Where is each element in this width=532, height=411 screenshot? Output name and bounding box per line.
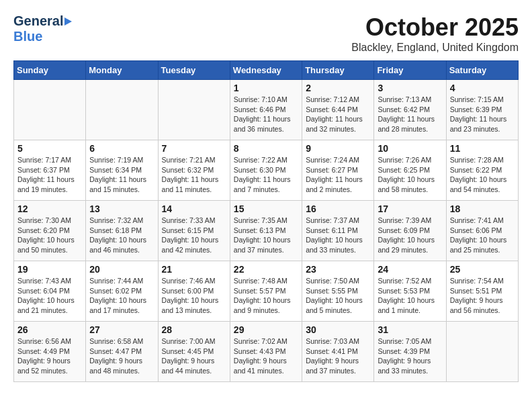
calendar-week-row: 12Sunrise: 7:30 AM Sunset: 6:20 PM Dayli… bbox=[14, 201, 519, 261]
location: Blackley, England, United Kingdom bbox=[351, 42, 519, 54]
day-number: 14 bbox=[162, 203, 226, 214]
day-number: 25 bbox=[450, 264, 515, 275]
weekday-header: Tuesday bbox=[158, 61, 230, 80]
day-info: Sunrise: 7:48 AM Sunset: 5:57 PM Dayligh… bbox=[234, 276, 298, 316]
calendar-cell: 1Sunrise: 7:10 AM Sunset: 6:46 PM Daylig… bbox=[230, 80, 302, 140]
logo-blue: Blue bbox=[13, 29, 42, 44]
day-number: 5 bbox=[17, 143, 82, 154]
day-info: Sunrise: 6:56 AM Sunset: 4:49 PM Dayligh… bbox=[17, 336, 82, 376]
day-info: Sunrise: 7:52 AM Sunset: 5:53 PM Dayligh… bbox=[378, 276, 442, 316]
calendar-cell bbox=[446, 322, 518, 382]
day-number: 3 bbox=[378, 83, 442, 93]
calendar-cell: 28Sunrise: 7:00 AM Sunset: 4:45 PM Dayli… bbox=[158, 322, 230, 382]
day-number: 31 bbox=[378, 324, 442, 335]
day-number: 2 bbox=[306, 83, 370, 93]
day-info: Sunrise: 7:43 AM Sunset: 6:04 PM Dayligh… bbox=[17, 276, 82, 316]
day-info: Sunrise: 7:37 AM Sunset: 6:11 PM Dayligh… bbox=[306, 216, 370, 255]
day-info: Sunrise: 7:33 AM Sunset: 6:15 PM Dayligh… bbox=[162, 216, 226, 255]
calendar-cell: 12Sunrise: 7:30 AM Sunset: 6:20 PM Dayli… bbox=[14, 201, 86, 261]
calendar-week-row: 5Sunrise: 7:17 AM Sunset: 6:37 PM Daylig… bbox=[14, 140, 519, 201]
day-number: 1 bbox=[234, 83, 298, 93]
day-number: 20 bbox=[89, 264, 154, 275]
weekday-header: Sunday bbox=[14, 61, 86, 80]
calendar-cell: 11Sunrise: 7:28 AM Sunset: 6:22 PM Dayli… bbox=[446, 140, 518, 201]
day-number: 22 bbox=[234, 264, 298, 275]
day-number: 21 bbox=[162, 264, 226, 275]
calendar-cell: 14Sunrise: 7:33 AM Sunset: 6:15 PM Dayli… bbox=[158, 201, 230, 261]
calendar-cell bbox=[14, 80, 86, 140]
weekday-header: Friday bbox=[374, 61, 446, 80]
day-number: 30 bbox=[306, 324, 370, 335]
day-number: 24 bbox=[378, 264, 442, 275]
calendar-cell: 13Sunrise: 7:32 AM Sunset: 6:18 PM Dayli… bbox=[86, 201, 158, 261]
calendar-cell: 29Sunrise: 7:02 AM Sunset: 4:43 PM Dayli… bbox=[230, 322, 302, 382]
day-info: Sunrise: 7:28 AM Sunset: 6:22 PM Dayligh… bbox=[450, 155, 515, 195]
day-info: Sunrise: 7:46 AM Sunset: 6:00 PM Dayligh… bbox=[162, 276, 226, 316]
calendar-cell bbox=[158, 80, 230, 140]
day-info: Sunrise: 7:32 AM Sunset: 6:18 PM Dayligh… bbox=[89, 216, 154, 255]
day-info: Sunrise: 7:35 AM Sunset: 6:13 PM Dayligh… bbox=[234, 216, 298, 255]
calendar-week-row: 26Sunrise: 6:56 AM Sunset: 4:49 PM Dayli… bbox=[14, 322, 519, 382]
day-info: Sunrise: 7:39 AM Sunset: 6:09 PM Dayligh… bbox=[378, 216, 442, 255]
calendar-cell: 24Sunrise: 7:52 AM Sunset: 5:53 PM Dayli… bbox=[374, 261, 446, 322]
day-number: 28 bbox=[162, 324, 226, 335]
day-number: 11 bbox=[450, 143, 515, 154]
day-number: 16 bbox=[306, 203, 370, 214]
day-number: 15 bbox=[234, 203, 298, 214]
calendar-cell: 5Sunrise: 7:17 AM Sunset: 6:37 PM Daylig… bbox=[14, 140, 86, 201]
weekday-header: Wednesday bbox=[230, 61, 302, 80]
weekday-header-row: SundayMondayTuesdayWednesdayThursdayFrid… bbox=[14, 61, 519, 80]
logo-arrow-icon bbox=[64, 17, 72, 26]
calendar-cell: 16Sunrise: 7:37 AM Sunset: 6:11 PM Dayli… bbox=[302, 201, 374, 261]
calendar-cell: 26Sunrise: 6:56 AM Sunset: 4:49 PM Dayli… bbox=[14, 322, 86, 382]
day-info: Sunrise: 7:21 AM Sunset: 6:32 PM Dayligh… bbox=[162, 155, 226, 195]
day-number: 4 bbox=[450, 83, 515, 93]
day-info: Sunrise: 7:15 AM Sunset: 6:39 PM Dayligh… bbox=[450, 95, 515, 134]
day-info: Sunrise: 7:02 AM Sunset: 4:43 PM Dayligh… bbox=[234, 336, 298, 376]
day-number: 17 bbox=[378, 203, 442, 214]
calendar-cell: 21Sunrise: 7:46 AM Sunset: 6:00 PM Dayli… bbox=[158, 261, 230, 322]
calendar-cell: 30Sunrise: 7:03 AM Sunset: 4:41 PM Dayli… bbox=[302, 322, 374, 382]
calendar-week-row: 1Sunrise: 7:10 AM Sunset: 6:46 PM Daylig… bbox=[14, 80, 519, 140]
calendar-cell: 6Sunrise: 7:19 AM Sunset: 6:34 PM Daylig… bbox=[86, 140, 158, 201]
calendar-cell: 20Sunrise: 7:44 AM Sunset: 6:02 PM Dayli… bbox=[86, 261, 158, 322]
calendar-cell: 9Sunrise: 7:24 AM Sunset: 6:27 PM Daylig… bbox=[302, 140, 374, 201]
day-number: 26 bbox=[17, 324, 82, 335]
calendar-cell: 25Sunrise: 7:54 AM Sunset: 5:51 PM Dayli… bbox=[446, 261, 518, 322]
day-info: Sunrise: 7:54 AM Sunset: 5:51 PM Dayligh… bbox=[450, 276, 515, 316]
day-number: 23 bbox=[306, 264, 370, 275]
calendar-week-row: 19Sunrise: 7:43 AM Sunset: 6:04 PM Dayli… bbox=[14, 261, 519, 322]
day-number: 8 bbox=[234, 143, 298, 154]
day-info: Sunrise: 7:41 AM Sunset: 6:06 PM Dayligh… bbox=[450, 216, 515, 255]
day-info: Sunrise: 7:26 AM Sunset: 6:25 PM Dayligh… bbox=[378, 155, 442, 195]
day-info: Sunrise: 7:50 AM Sunset: 5:55 PM Dayligh… bbox=[306, 276, 370, 316]
weekday-header: Saturday bbox=[446, 61, 518, 80]
day-number: 27 bbox=[89, 324, 154, 335]
day-number: 6 bbox=[89, 143, 154, 154]
day-info: Sunrise: 7:19 AM Sunset: 6:34 PM Dayligh… bbox=[89, 155, 154, 195]
day-number: 19 bbox=[17, 264, 82, 275]
calendar-cell: 17Sunrise: 7:39 AM Sunset: 6:09 PM Dayli… bbox=[374, 201, 446, 261]
day-info: Sunrise: 7:30 AM Sunset: 6:20 PM Dayligh… bbox=[17, 216, 82, 255]
weekday-header: Monday bbox=[86, 61, 158, 80]
calendar-cell: 23Sunrise: 7:50 AM Sunset: 5:55 PM Dayli… bbox=[302, 261, 374, 322]
day-info: Sunrise: 7:13 AM Sunset: 6:42 PM Dayligh… bbox=[378, 95, 442, 134]
calendar-cell bbox=[86, 80, 158, 140]
day-number: 29 bbox=[234, 324, 298, 335]
day-info: Sunrise: 7:05 AM Sunset: 4:39 PM Dayligh… bbox=[378, 336, 442, 376]
calendar-cell: 4Sunrise: 7:15 AM Sunset: 6:39 PM Daylig… bbox=[446, 80, 518, 140]
day-info: Sunrise: 7:17 AM Sunset: 6:37 PM Dayligh… bbox=[17, 155, 82, 195]
calendar-cell: 18Sunrise: 7:41 AM Sunset: 6:06 PM Dayli… bbox=[446, 201, 518, 261]
page-header: General Blue October 2025 Blackley, Engl… bbox=[13, 13, 519, 54]
day-info: Sunrise: 7:24 AM Sunset: 6:27 PM Dayligh… bbox=[306, 155, 370, 195]
logo: General Blue bbox=[13, 13, 73, 44]
calendar-cell: 2Sunrise: 7:12 AM Sunset: 6:44 PM Daylig… bbox=[302, 80, 374, 140]
month-title: October 2025 bbox=[351, 13, 519, 42]
calendar-cell: 15Sunrise: 7:35 AM Sunset: 6:13 PM Dayli… bbox=[230, 201, 302, 261]
day-info: Sunrise: 6:58 AM Sunset: 4:47 PM Dayligh… bbox=[89, 336, 154, 376]
calendar-cell: 3Sunrise: 7:13 AM Sunset: 6:42 PM Daylig… bbox=[374, 80, 446, 140]
day-number: 7 bbox=[162, 143, 226, 154]
day-number: 13 bbox=[89, 203, 154, 214]
day-info: Sunrise: 7:44 AM Sunset: 6:02 PM Dayligh… bbox=[89, 276, 154, 316]
day-info: Sunrise: 7:12 AM Sunset: 6:44 PM Dayligh… bbox=[306, 95, 370, 134]
